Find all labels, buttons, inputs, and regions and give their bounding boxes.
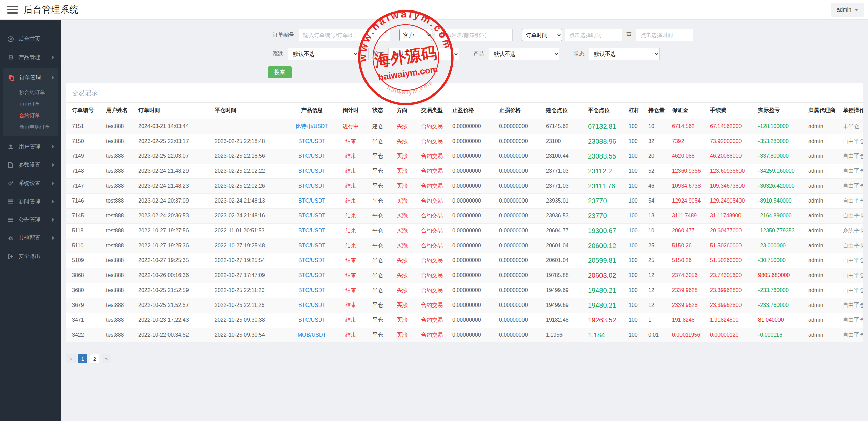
cell-product[interactable]: MOB/USDT — [288, 328, 336, 342]
cell-countdown: 结束 — [336, 238, 366, 253]
cell-product[interactable]: BTC/USDT — [288, 134, 336, 149]
cell-leverage: 100 — [626, 178, 646, 193]
cell-open-price: 23771.03 — [543, 178, 585, 193]
filter-row-3: 搜索 — [268, 66, 661, 78]
cell-type: 合约交易 — [414, 164, 450, 178]
pagination-next-button[interactable]: » — [102, 354, 111, 363]
sidebar-item-products[interactable]: 产品管理 — [0, 48, 61, 66]
cell-tp: 0.00000000 — [450, 238, 496, 253]
column-header: 杠杆 — [626, 103, 646, 119]
cell-product[interactable]: BTC/USDT — [288, 178, 336, 193]
cell-status: 平仓 — [366, 208, 390, 223]
cell-user: test888 — [103, 149, 136, 164]
cell-margin: 6714.562 — [669, 119, 707, 134]
cell-agent: admin — [806, 134, 840, 149]
cell-product[interactable]: BTC/USDT — [288, 253, 336, 268]
cell-id: 7151 — [66, 119, 103, 134]
sidebar-item-logout[interactable]: 安全退出 — [0, 247, 61, 266]
sidebar-item-news[interactable]: 新闻管理 — [0, 192, 61, 211]
hamburger-menu-icon[interactable] — [7, 4, 18, 15]
cell-volume: 10 — [646, 119, 669, 134]
pagination-page-1[interactable]: 1 — [78, 354, 87, 363]
cell-product[interactable]: BTC/USDT — [288, 238, 336, 253]
status-select[interactable]: 默认不选 — [589, 48, 660, 60]
cell-product[interactable]: 比特币/USDT — [288, 119, 336, 134]
chevron-right-icon — [52, 218, 54, 222]
cell-product[interactable]: BTC/USDT — [288, 208, 336, 223]
cell-margin: 2374.3056 — [669, 268, 707, 283]
sidebar-item-dashboard[interactable]: 后台首页 — [0, 30, 61, 48]
sidebar-item-params[interactable]: 参数设置 — [0, 156, 61, 174]
trade-records-table: 订单编号用户姓名订单时间平仓时间产品信息倒计时状态方向交易类型止盈价格止损价格建… — [66, 103, 863, 342]
sidebar-subitem-new-coin-orders[interactable]: 新币申购订单 — [3, 121, 58, 133]
cell-id: 5118 — [66, 223, 103, 238]
cell-countdown: 结束 — [336, 313, 366, 328]
cell-product[interactable]: BTC/USDT — [288, 298, 336, 313]
time-type-select[interactable]: 订单时间 — [522, 29, 562, 41]
cell-product[interactable]: BTC/USDT — [288, 149, 336, 164]
sidebar-subitem-contract-orders[interactable]: 合约订单 — [3, 110, 58, 121]
cell-direction: 买涨 — [390, 223, 414, 238]
cell-fee: 31.11748900 — [707, 208, 755, 223]
time-to-input[interactable] — [636, 29, 693, 41]
sidebar-item-users[interactable]: 用户管理 — [0, 138, 61, 156]
sidebar-subitem-spot-orders[interactable]: 币币订单 — [3, 98, 58, 110]
time-from-input[interactable] — [565, 29, 622, 41]
cell-direction: 买涨 — [390, 164, 414, 178]
cell-product[interactable]: BTC/USDT — [288, 193, 336, 208]
sidebar: 后台首页 产品管理 订单管理 秒合约订单 币币订单 合约订单 新币申购订单 用户… — [0, 20, 61, 421]
cell-product[interactable]: BTC/USDT — [288, 223, 336, 238]
cell-fee: 123.60935600 — [707, 164, 755, 178]
status-label: 状态 — [569, 48, 589, 60]
cell-type: 合约交易 — [414, 313, 450, 328]
cell-fee: 23.39962800 — [707, 283, 755, 298]
table-row: 3868test8882022-10-26 00:16:362022-10-27… — [66, 268, 863, 283]
sidebar-subitem-second-contract-orders[interactable]: 秒合约订单 — [3, 87, 58, 98]
cell-sl: 0.00000000 — [496, 283, 543, 298]
cell-close-price: 23111.76 — [585, 178, 626, 193]
pnl-select[interactable]: 默认不选 — [389, 48, 459, 60]
cell-product[interactable]: BTC/USDT — [288, 164, 336, 178]
column-header: 手续费 — [707, 103, 755, 119]
user-menu[interactable]: admin — [831, 3, 864, 17]
list-icon — [7, 198, 14, 205]
sidebar-item-orders[interactable]: 订单管理 — [3, 68, 58, 87]
cell-product[interactable]: BTC/USDT — [288, 313, 336, 328]
cell-open-price: 20604.77 — [543, 223, 585, 238]
cell-close-price: 19480.21 — [585, 298, 626, 313]
sidebar-item-notices[interactable]: 公告管理 — [0, 211, 61, 229]
cell-agent: admin — [806, 193, 840, 208]
cell-agent: admin — [806, 298, 840, 313]
pagination-prev-button[interactable]: « — [66, 354, 76, 363]
table-row: 7150test8882023-02-25 22:03:172023-02-25… — [66, 134, 863, 149]
order-no-input[interactable] — [299, 29, 390, 41]
table-row: 7146test8882023-02-24 20:37:092023-02-24… — [66, 193, 863, 208]
sidebar-group-orders: 订单管理 秒合约订单 币币订单 合约订单 新币申购订单 — [3, 68, 58, 136]
updown-select[interactable]: 默认不选 — [288, 48, 359, 60]
sidebar-item-system[interactable]: 系统设置 — [0, 174, 61, 192]
cell-close-time: 2023-02-24 21:48:16 — [212, 208, 288, 223]
column-header: 产品信息 — [288, 103, 336, 119]
search-button[interactable]: 搜索 — [268, 66, 292, 78]
product-label: 产品 — [469, 48, 489, 60]
cell-countdown: 结束 — [336, 134, 366, 149]
cell-close-time: 2022-10-25 09:30:38 — [212, 313, 288, 328]
cell-control: 自由平仓 — [840, 208, 863, 223]
pagination-page-2[interactable]: 2 — [90, 354, 99, 363]
customer-input[interactable] — [435, 29, 513, 41]
cell-type: 合约交易 — [414, 193, 450, 208]
column-header: 实际盈亏 — [755, 103, 806, 119]
cell-sl: 0.00000000 — [496, 238, 543, 253]
sidebar-item-other-config[interactable]: 其他配置 — [0, 229, 61, 247]
product-select[interactable]: 默认不选 — [489, 48, 559, 60]
cell-product[interactable]: BTC/USDT — [288, 268, 336, 283]
cell-open-time: 2023-02-24 20:36:53 — [136, 208, 212, 223]
table-row: 5118test8882022-10-27 19:27:562022-11-01… — [66, 223, 863, 238]
cell-profit: -0.000116 — [755, 328, 806, 342]
cell-id: 7149 — [66, 149, 103, 164]
cell-volume: 1 — [646, 313, 669, 328]
column-header: 方向 — [390, 103, 414, 119]
cell-product[interactable]: BTC/USDT — [288, 283, 336, 298]
table-row: 3471test8882022-10-23 17:22:432022-10-25… — [66, 313, 863, 328]
customer-type-select[interactable]: 客户 — [399, 29, 432, 41]
